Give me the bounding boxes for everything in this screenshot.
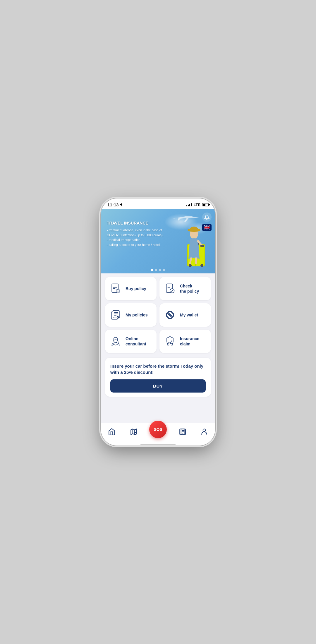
home-icon <box>108 428 116 436</box>
svg-point-3 <box>189 264 192 267</box>
my-policies-icon <box>109 309 122 321</box>
status-time: 11:13 <box>107 202 123 207</box>
carousel-dots <box>151 269 165 271</box>
nav-news[interactable]: NEWS <box>176 427 188 437</box>
online-consultant-card[interactable]: Onlineconsultant <box>105 330 157 353</box>
nav-home[interactable] <box>106 427 118 437</box>
status-bar: 11:13 LTE <box>101 198 215 209</box>
time-display: 11:13 <box>107 202 118 207</box>
svg-point-34 <box>116 342 117 342</box>
map-pin-icon <box>130 428 138 436</box>
svg-rect-9 <box>200 245 204 247</box>
main-grid: Buy policy Checkthe policy <box>101 273 215 357</box>
location-arrow-icon <box>120 203 123 206</box>
insurance-claim-icon <box>164 335 176 348</box>
svg-point-35 <box>167 343 173 346</box>
svg-point-7 <box>190 227 198 232</box>
home-indicator <box>101 444 215 446</box>
my-policies-label: My policies <box>126 312 147 318</box>
svg-point-45 <box>203 429 205 431</box>
battery-fill <box>203 204 205 206</box>
buy-policy-label: Buy policy <box>126 286 146 291</box>
online-consultant-label: Onlineconsultant <box>126 336 146 347</box>
nav-map[interactable] <box>128 427 140 437</box>
promo-text: Insure your car before the storm! Today … <box>110 363 206 375</box>
svg-line-10 <box>190 258 191 263</box>
dot-4[interactable] <box>163 269 165 271</box>
hero-banner: TRAVEL INSURANCE: - treatment abroad, ev… <box>101 209 215 273</box>
svg-point-30 <box>170 315 172 316</box>
my-wallet-icon <box>164 309 176 321</box>
buy-policy-card[interactable]: Buy policy <box>105 277 157 300</box>
battery-icon <box>202 203 209 206</box>
buy-policy-icon <box>109 282 122 295</box>
promo-banner: Insure your car before the storm! Today … <box>105 358 211 397</box>
phone-frame: 11:13 LTE <box>101 198 215 446</box>
check-policy-label: Checkthe policy <box>180 283 199 294</box>
promo-buy-button[interactable]: BUY <box>110 379 206 393</box>
my-policies-card[interactable]: My policies <box>105 303 157 327</box>
signal-bar-2 <box>188 205 189 206</box>
hero-text: TRAVEL INSURANCE: - treatment abroad, ev… <box>107 221 165 247</box>
sos-button[interactable]: SOS <box>149 421 167 438</box>
online-consultant-icon <box>109 335 122 348</box>
insurance-claim-card[interactable]: Insuranceclaim <box>159 330 211 353</box>
my-wallet-card[interactable]: My wallet <box>159 303 211 327</box>
check-policy-card[interactable]: Checkthe policy <box>159 277 211 300</box>
signal-bar-4 <box>191 203 192 206</box>
dot-1[interactable] <box>151 269 153 271</box>
hero-description: - treatment abroad, even in the case of … <box>107 228 165 247</box>
signal-bar-1 <box>186 205 187 206</box>
dot-3[interactable] <box>159 269 161 271</box>
check-policy-icon <box>164 282 176 295</box>
newspaper-icon: NEWS <box>178 428 186 436</box>
signal-bars <box>186 203 192 206</box>
sos-label: SOS <box>154 427 162 432</box>
svg-point-33 <box>114 342 115 342</box>
bottom-navigation: SOS NEWS <box>101 423 215 444</box>
svg-point-29 <box>169 314 170 315</box>
insurance-claim-label: Insuranceclaim <box>180 336 199 347</box>
hero-title: TRAVEL INSURANCE: <box>107 221 165 225</box>
profile-icon <box>200 428 208 436</box>
nav-profile[interactable] <box>198 427 210 437</box>
my-wallet-label: My wallet <box>180 312 198 318</box>
home-bar <box>140 444 176 445</box>
status-right: LTE <box>186 203 209 207</box>
lte-label: LTE <box>193 203 200 207</box>
scroll-content[interactable]: TRAVEL INSURANCE: - treatment abroad, ev… <box>101 209 215 423</box>
hero-illustration <box>171 218 209 268</box>
signal-bar-3 <box>189 204 190 206</box>
dot-2[interactable] <box>155 269 157 271</box>
svg-point-4 <box>200 264 203 267</box>
svg-text:NEWS: NEWS <box>182 430 185 431</box>
